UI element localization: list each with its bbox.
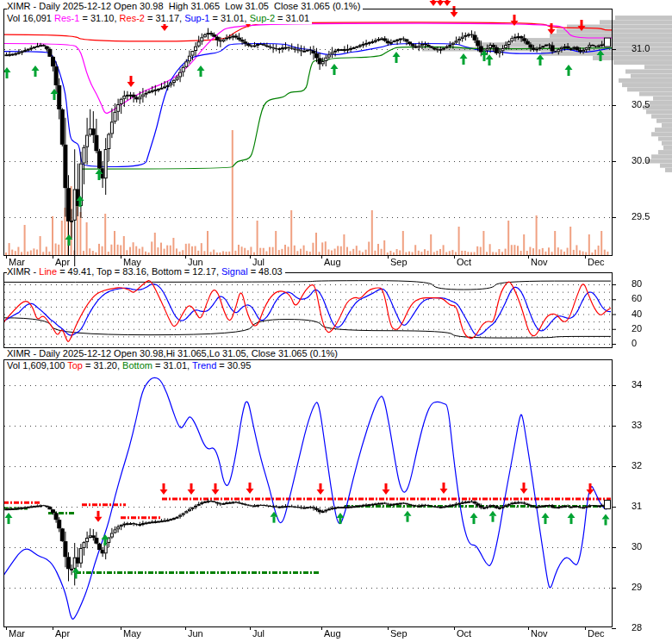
panel3-title-line1: XIMR - Daily 2025-12-12 Open 30.98,Hi 31… [7, 348, 340, 359]
axis-label: 30.5 [632, 99, 650, 109]
title-segment: = 31.01, [152, 360, 192, 371]
axis-label: 20 [632, 323, 642, 333]
title-segment: Top [67, 360, 83, 371]
axis-label: 30.0 [632, 155, 650, 165]
month-label: May [123, 257, 141, 267]
month-label: Apr [55, 628, 70, 639]
title-segment: Trend [192, 360, 216, 371]
month-label: Sep [390, 257, 408, 267]
month-label: Apr [55, 257, 70, 267]
panel1-title-line1: XIMR - Daily 2025-12-12 Open 30.98 High … [7, 1, 363, 12]
month-label: Dec [588, 628, 605, 639]
title-segment: XIMR - [7, 266, 39, 277]
title-segment: = 30.95 [216, 360, 251, 371]
panel3-title-line2: Vol 1,609,100 Top = 31.20, Bottom = 31.0… [7, 360, 253, 371]
month-label: Aug [324, 257, 341, 267]
axis-label: 29 [632, 582, 642, 592]
title-segment: Vol 1,609,100 [7, 360, 67, 371]
month-label: Nov [531, 628, 548, 639]
axis-label: 33 [632, 420, 642, 430]
month-label: Sep [390, 628, 408, 639]
chart-canvas [0, 0, 672, 642]
title-segment: = 31.10, [79, 13, 119, 23]
title-segment: = 31.17, [145, 13, 184, 23]
month-label: Jun [188, 257, 203, 267]
title-segment: Line [39, 266, 57, 277]
month-label: Dec [588, 257, 605, 267]
title-segment: = 48.03 [248, 266, 283, 277]
axis-label: 31.0 [632, 43, 650, 53]
month-label: Nov [531, 257, 548, 267]
title-segment: Signal [221, 266, 248, 277]
chart-window: XIMR - Daily 2025-12-12 Open 30.98 High … [0, 0, 672, 642]
title-segment: XIMR - Daily 2025-12-12 Open 30.98,Hi 31… [7, 348, 338, 358]
title-segment: = 49.41, Top = 83.16, Bottom = 12.17, [57, 266, 221, 277]
title-segment: = 31.01, [209, 13, 249, 23]
title-segment: Sup-1 [184, 13, 209, 23]
title-segment: Vol 16,091 [7, 13, 54, 23]
month-label: Jun [188, 628, 203, 639]
month-label: Mar [9, 628, 25, 639]
month-label: Jul [252, 628, 264, 639]
axis-label: 60 [632, 293, 642, 303]
month-label: Aug [324, 628, 341, 639]
month-label: May [123, 628, 141, 639]
axis-label: 31 [632, 501, 642, 511]
axis-label: 80 [632, 278, 642, 289]
axis-label: 30 [632, 541, 642, 552]
title-segment: = 31.01 [275, 13, 309, 23]
month-label: Jul [252, 257, 264, 267]
title-segment: XIMR - Daily 2025-12-12 Open 30.98 High … [7, 1, 360, 11]
month-label: Oct [457, 628, 471, 639]
panel1-title-line2: Vol 16,091 Res-1 = 31.10, Res-2 = 31.17,… [7, 13, 312, 24]
axis-label: 29.5 [632, 211, 650, 221]
axis-label: 28 [632, 622, 642, 633]
title-segment: Bottom [122, 360, 152, 371]
title-segment: Res-1 [54, 13, 79, 23]
title-segment: Res-2 [120, 13, 145, 23]
axis-label: 34 [632, 379, 642, 390]
month-label: Oct [457, 257, 471, 267]
panel2-title: XIMR - Line = 49.41, Top = 83.16, Bottom… [7, 266, 285, 277]
title-segment: Sup-2 [250, 13, 275, 23]
axis-label: 32 [632, 460, 642, 471]
title-segment: = 31.20, [83, 360, 122, 371]
axis-label: 0 [632, 338, 637, 348]
month-label: Mar [9, 257, 25, 267]
axis-label: 40 [632, 309, 642, 319]
